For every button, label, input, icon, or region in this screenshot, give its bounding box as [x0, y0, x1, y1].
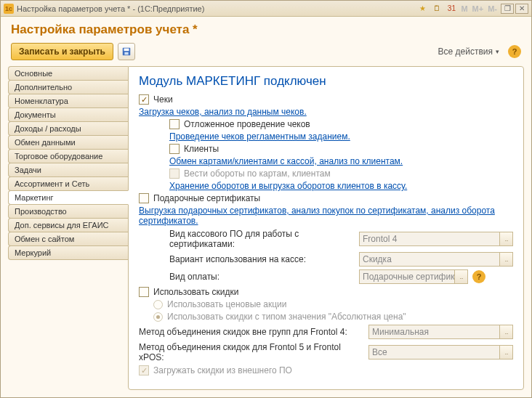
clients-link[interactable]: Обмен картами/клиентами с кассой, анализ…	[169, 156, 403, 166]
tab-13[interactable]: Меркурий	[8, 245, 128, 260]
payment-ellipsis: ...	[454, 270, 467, 283]
m-minus-button[interactable]: M-	[485, 4, 499, 13]
combine-f5-value: Все	[372, 347, 387, 357]
clients-label: Клиенты	[184, 144, 219, 154]
combine-out-value: Минимальная	[372, 327, 429, 337]
pos-type-label: Вид кассового ПО для работы с сертификат…	[169, 229, 355, 249]
deferred-checkbox[interactable]	[169, 119, 180, 129]
variant-ellipsis: ...	[499, 253, 512, 266]
pos-type-field: Frontol 4 ...	[359, 232, 513, 246]
load-ext-checkbox	[139, 365, 149, 375]
variant-value: Скидка	[363, 254, 392, 264]
combine-f5-label: Метод объединения скидок для Frontol 5 и…	[139, 342, 364, 362]
favorite-icon[interactable]: ★	[416, 3, 429, 15]
tab-4[interactable]: Доходы / расходы	[8, 121, 128, 136]
deferred-label: Отложенное проведение чеков	[184, 119, 310, 129]
variant-label: Вариант использования на кассе:	[169, 254, 355, 264]
payment-value: Подарочные сертификат	[363, 272, 464, 282]
tab-1[interactable]: Дополнительно	[8, 80, 128, 94]
tab-6[interactable]: Торговое оборудование	[8, 149, 128, 163]
checks-label: Чеки	[153, 94, 173, 105]
tab-10[interactable]: Производство	[8, 204, 128, 219]
tab-12[interactable]: Обмен с сайтом	[8, 232, 128, 246]
tab-11[interactable]: Доп. сервисы для ЕГАИС	[8, 218, 128, 232]
combine-out-field: Минимальная ...	[368, 325, 513, 339]
load-ext-label: Загружать скидки из внешнего ПО	[153, 365, 292, 375]
panel-heading: Модуль МАРКЕТИНГ подключен	[139, 74, 513, 89]
toolbar: Записать и закрыть Все действия ?	[1, 40, 531, 66]
svg-rect-1	[124, 49, 129, 52]
tab-8[interactable]: Ассортимент и Сеть	[8, 176, 128, 191]
save-button[interactable]	[118, 43, 135, 60]
tabs-list: ОсновныеДополнительноНоменклатураДокумен…	[8, 66, 128, 390]
m-button[interactable]: M	[459, 4, 469, 13]
calendar-icon[interactable]: 31	[445, 3, 458, 15]
app-icon: 1c	[4, 4, 14, 14]
turnover-link[interactable]: Хранение оборотов и выгрузка оборотов кл…	[169, 181, 407, 191]
checks-link[interactable]: Загрузка чеков, анализ по данным чеков.	[139, 107, 307, 117]
combine-out-ellipsis: ...	[499, 325, 512, 338]
all-actions-menu[interactable]: Все действия	[438, 46, 499, 57]
save-and-close-button[interactable]: Записать и закрыть	[11, 43, 113, 60]
discount-radio1-label: Использовать ценовые акции	[167, 299, 286, 309]
help-icon[interactable]: ?	[508, 45, 521, 58]
deferred-link[interactable]: Проведение чеков регламентным заданием.	[169, 131, 350, 142]
page-header: Настройка параметров учета *	[1, 17, 531, 40]
page-title: Настройка параметров учета *	[11, 23, 521, 37]
payment-field: Подарочные сертификат ...	[359, 269, 468, 284]
m-plus-button[interactable]: M+	[470, 4, 486, 13]
combine-f5-ellipsis: ...	[499, 346, 512, 359]
gift-link[interactable]: Выгрузка подарочных сертификатов, анализ…	[139, 206, 513, 226]
tab-7[interactable]: Задачи	[8, 163, 128, 177]
svg-rect-2	[124, 52, 128, 55]
titlebar: 1c Настройка параметров учета * - (1С:Пр…	[1, 1, 531, 17]
discount-radio-absolute	[153, 312, 163, 322]
variant-field: Скидка ...	[359, 252, 513, 267]
gift-label: Подарочные сертификаты	[153, 193, 260, 203]
tab-9[interactable]: Маркетинг	[8, 190, 129, 205]
discounts-label: Использовать скидки	[153, 287, 238, 297]
clients-checkbox[interactable]	[169, 144, 180, 154]
tab-0[interactable]: Основные	[8, 66, 128, 81]
window-title: Настройка параметров учета * - (1С:Предп…	[17, 4, 204, 13]
tab-2[interactable]: Номенклатура	[8, 94, 128, 108]
checks-checkbox[interactable]	[139, 94, 149, 105]
restore-button[interactable]: ❐	[501, 4, 514, 14]
content-panel: Модуль МАРКЕТИНГ подключен Чеки Загрузка…	[128, 66, 524, 390]
payment-label: Вид оплаты:	[169, 272, 355, 282]
discounts-checkbox[interactable]	[139, 287, 149, 297]
discount-radio-price	[153, 300, 163, 309]
turnover-checkbox	[169, 168, 180, 179]
tab-3[interactable]: Документы	[8, 107, 128, 122]
gift-checkbox[interactable]	[139, 193, 149, 203]
turnover-label: Вести обороты по картам, клиентам	[184, 168, 331, 179]
tab-5[interactable]: Обмен данными	[8, 135, 128, 150]
close-button[interactable]: ✕	[515, 4, 528, 14]
combine-f5-field: Все ...	[368, 345, 513, 360]
payment-help-icon[interactable]: ?	[472, 270, 485, 283]
discount-radio2-label: Использовать скидки с типом значения "Аб…	[167, 312, 406, 322]
combine-out-label: Метод объединения скидок вне групп для F…	[139, 327, 364, 337]
calculator-icon[interactable]: 🗒	[430, 3, 443, 15]
pos-type-value: Frontol 4	[363, 234, 397, 244]
pos-type-ellipsis: ...	[499, 232, 512, 245]
